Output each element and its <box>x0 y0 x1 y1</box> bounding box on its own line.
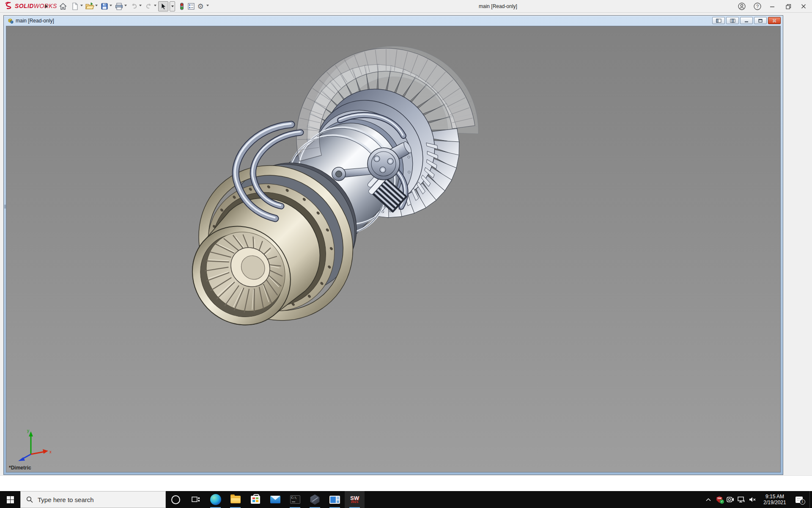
microsoft-store-icon <box>251 496 260 504</box>
taskbar-task-view[interactable] <box>186 491 206 508</box>
new-document-button[interactable] <box>70 1 80 11</box>
solidworks-2021-icon: SW 2021 <box>350 495 359 504</box>
redo-icon <box>145 2 153 11</box>
undo-button[interactable] <box>129 1 139 11</box>
featuremanager-splitter-handle[interactable] <box>4 204 6 209</box>
redo-dropdown[interactable] <box>153 5 157 8</box>
file-properties-button[interactable] <box>186 1 196 11</box>
restore-icon <box>785 3 792 10</box>
doc-minimize-button[interactable] <box>740 17 753 24</box>
taskbar-store[interactable] <box>245 491 265 508</box>
graphics-viewport[interactable]: x y *Dimetric <box>6 26 781 472</box>
view-orientation-label: *Dimetric <box>9 465 31 471</box>
document-window-controls <box>711 17 781 24</box>
options-button[interactable]: ⚙ <box>195 1 206 11</box>
document-title: main [Read-only] <box>16 18 54 24</box>
start-button[interactable] <box>0 491 20 508</box>
taskbar-hexagon-app[interactable] <box>305 491 325 508</box>
taskbar-file-explorer[interactable] <box>225 491 245 508</box>
close-icon <box>801 3 807 9</box>
doc-close-button[interactable] <box>768 17 781 24</box>
new-document-dropdown[interactable] <box>80 5 84 8</box>
print-dropdown[interactable] <box>123 5 128 8</box>
app-titlebar: SOLIDWORKS <box>0 0 812 13</box>
save-dropdown[interactable] <box>109 5 113 8</box>
doc-restore-icon <box>758 19 763 23</box>
taskbar-command-prompt[interactable]: C:\ <box>285 491 305 508</box>
open-dropdown[interactable] <box>94 5 99 8</box>
file-explorer-icon <box>230 496 241 503</box>
network-icon <box>738 496 745 503</box>
file-properties-icon <box>187 2 195 11</box>
redo-button[interactable] <box>144 1 154 11</box>
restore-button[interactable] <box>782 1 794 11</box>
toolbar-expand-icon[interactable] <box>44 3 49 10</box>
taskbar-edge[interactable] <box>206 491 225 508</box>
open-folder-icon <box>85 2 94 11</box>
tray-time: 9:15 AM <box>762 494 788 500</box>
doc-restore-button[interactable] <box>754 17 767 24</box>
close-button[interactable] <box>798 1 809 11</box>
taskbar-mail[interactable] <box>265 491 285 508</box>
print-button[interactable] <box>114 1 124 11</box>
tray-clock[interactable]: 9:15 AM 2/19/2021 <box>762 494 788 505</box>
tray-volume[interactable] <box>747 491 758 508</box>
document-titlebar[interactable]: main [Read-only] <box>4 16 783 26</box>
options-gear-icon: ⚙ <box>197 3 203 10</box>
home-button[interactable] <box>58 1 68 11</box>
search-input[interactable] <box>38 496 148 503</box>
save-button[interactable] <box>99 1 110 11</box>
split-pane-left-icon <box>716 19 721 23</box>
mail-icon <box>270 496 280 503</box>
show-desktop-button[interactable] <box>809 491 812 508</box>
taskbar-solidworks[interactable]: SW 2021 <box>345 491 365 508</box>
window-app-icon <box>329 496 340 504</box>
search-icon <box>26 496 33 503</box>
select-tool-button[interactable] <box>158 1 168 11</box>
tray-solidworks-rx[interactable]: SW✓ <box>714 491 725 508</box>
tray-chevron-up[interactable] <box>703 491 714 508</box>
rebuild-traffic-light-icon <box>178 2 186 11</box>
account-icon <box>738 2 746 11</box>
undo-dropdown[interactable] <box>138 5 143 8</box>
doc-minimize-icon <box>744 19 749 23</box>
select-cursor-icon <box>159 3 167 10</box>
chevron-up-icon <box>706 498 711 501</box>
split-pane-right-button[interactable] <box>726 17 739 24</box>
home-icon <box>59 2 67 11</box>
print-icon <box>115 2 123 11</box>
document-window: main [Read-only] <box>3 15 783 475</box>
taskbar-search[interactable] <box>20 491 166 508</box>
select-tool-dropdown[interactable] <box>170 1 175 11</box>
solidworks-shield-icon: SW✓ <box>716 496 722 503</box>
doc-close-icon <box>772 19 777 23</box>
rebuild-button[interactable] <box>177 1 187 11</box>
system-tray: SW✓ 9:15 AM 2/19/2 <box>703 491 812 508</box>
window-title: main [Read-only] <box>479 3 517 9</box>
orientation-triad: x y <box>13 427 51 461</box>
svg-text:?: ? <box>756 4 759 9</box>
assembly-document-icon <box>7 17 14 24</box>
solidworks-logo-mark <box>4 2 14 10</box>
task-view-icon <box>192 496 200 503</box>
taskbar-window-app[interactable] <box>325 491 345 508</box>
open-button[interactable] <box>85 1 95 11</box>
minimize-icon <box>769 3 775 9</box>
options-dropdown[interactable] <box>206 5 210 8</box>
hexagon-app-icon <box>310 494 320 505</box>
triad-x-label: x <box>49 450 51 454</box>
windows-logo-icon <box>7 496 14 503</box>
save-icon <box>100 2 109 11</box>
action-center-button[interactable]: 1 <box>792 491 806 508</box>
minimize-button[interactable] <box>766 1 778 11</box>
taskbar-cortana[interactable] <box>166 491 186 508</box>
help-button[interactable]: ? <box>752 1 763 11</box>
edge-icon <box>210 494 221 505</box>
account-button[interactable] <box>737 1 747 11</box>
split-pane-right-icon <box>730 19 735 23</box>
tray-network[interactable] <box>736 491 747 508</box>
tray-meet-now[interactable] <box>725 491 736 508</box>
meet-now-icon <box>727 496 734 503</box>
volume-muted-icon <box>749 496 756 503</box>
split-pane-left-button[interactable] <box>712 17 725 24</box>
